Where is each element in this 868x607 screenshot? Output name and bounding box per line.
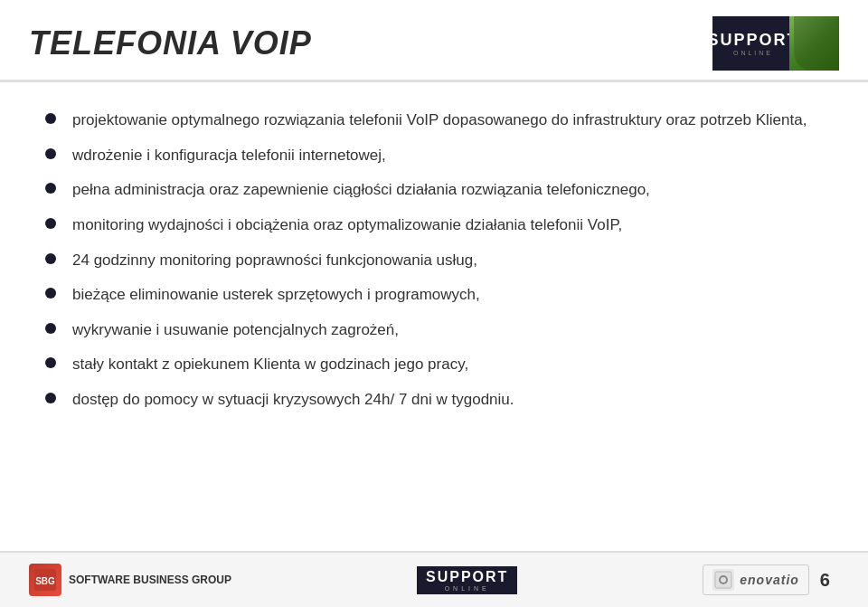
list-item-text: pełna administracja oraz zapewnienie cią…: [72, 179, 650, 202]
footer-right: enovatio 6: [703, 564, 839, 595]
list-item: wdrożenie i konfiguracja telefonii inter…: [45, 145, 823, 167]
list-item-text: 24 godzinny monitoring poprawności funkc…: [72, 250, 477, 272]
list-item: 24 godzinny monitoring poprawności funkc…: [45, 250, 823, 272]
plant-decoration: [789, 16, 839, 71]
page-footer: SBG Software Business Group SUPPORT ONLI…: [0, 551, 868, 607]
svg-point-2: [815, 27, 833, 60]
list-item-text: dostęp do pomocy w sytuacji kryzysowych …: [72, 389, 514, 412]
list-item: bieżące eliminowanie usterek sprzętowych…: [45, 284, 823, 307]
list-item: monitoring wydajności i obciążenia oraz …: [45, 214, 823, 237]
sbg-label: Software Business Group: [69, 574, 231, 586]
support-logo: SUPPORT ONLINE: [712, 16, 839, 71]
enovatio-logo: enovatio: [703, 564, 809, 595]
list-item-text: wdrożenie i konfiguracja telefonii inter…: [72, 145, 386, 167]
list-item-text: bieżące eliminowanie usterek sprzętowych…: [72, 284, 480, 307]
page-title: TELEFONIA VoIP: [29, 24, 312, 62]
footer-support-text: SUPPORT: [426, 569, 508, 585]
list-item-text: stały kontakt z opiekunem Klienta w godz…: [72, 354, 468, 376]
list-item-text: projektowanie optymalnego rozwiązania te…: [72, 109, 807, 132]
bullet-dot: [45, 113, 56, 124]
enovatio-label: enovatio: [740, 573, 799, 587]
bullet-dot: [45, 148, 56, 159]
bullet-dot: [45, 357, 56, 368]
bullet-dot: [45, 183, 56, 194]
list-item: stały kontakt z opiekunem Klienta w godz…: [45, 354, 823, 376]
svg-text:SBG: SBG: [35, 576, 55, 586]
bullet-dot: [45, 323, 56, 334]
svg-point-1: [797, 30, 818, 66]
bullet-dot: [45, 253, 56, 264]
footer-support-logo: SUPPORT ONLINE: [417, 566, 517, 594]
svg-point-7: [721, 577, 726, 583]
online-logo-text: ONLINE: [733, 50, 773, 56]
list-item: projektowanie optymalnego rozwiązania te…: [45, 109, 823, 132]
svg-point-0: [803, 30, 830, 71]
footer-online-text: ONLINE: [445, 585, 490, 592]
page-header: TELEFONIA VoIP SUPPORT ONLINE: [0, 0, 868, 82]
bullet-dot: [45, 393, 56, 403]
bullet-dot: [45, 218, 56, 229]
list-item-text: monitoring wydajności i obciążenia oraz …: [72, 214, 622, 237]
list-item: dostęp do pomocy w sytuacji kryzysowych …: [45, 389, 823, 412]
enovatio-icon: [712, 569, 734, 591]
list-item: pełna administracja oraz zapewnienie cią…: [45, 179, 823, 202]
sbg-icon: SBG: [29, 564, 61, 596]
footer-sbg-logo: SBG Software Business Group: [29, 564, 231, 596]
main-content: projektowanie optymalnego rozwiązania te…: [0, 82, 868, 442]
bullet-list: projektowanie optymalnego rozwiązania te…: [45, 109, 823, 412]
list-item: wykrywanie i usuwanie potencjalnych zagr…: [45, 319, 823, 342]
bullet-dot: [45, 288, 56, 299]
list-item-text: wykrywanie i usuwanie potencjalnych zagr…: [72, 319, 399, 342]
page-number: 6: [820, 570, 830, 591]
support-logo-text: SUPPORT: [712, 31, 799, 50]
